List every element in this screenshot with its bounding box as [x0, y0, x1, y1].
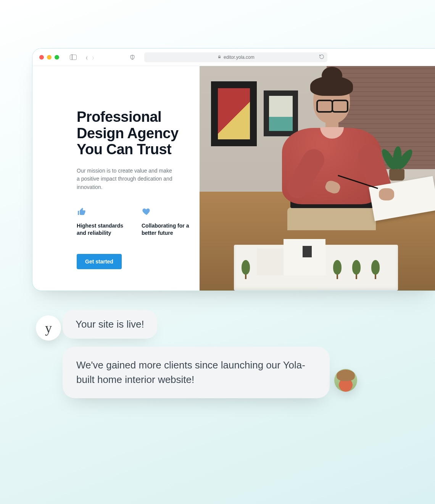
- heart-icon: [142, 207, 191, 216]
- browser-window: ‹ › editor.yola.com Professional: [32, 48, 435, 291]
- nav-arrows: ‹ ›: [86, 55, 94, 60]
- feature-collaboration: Collaborating for a better future: [142, 207, 191, 237]
- brand-avatar-glyph: y: [45, 320, 52, 336]
- chat-bubble-system: Your site is live!: [63, 310, 157, 339]
- heading-line: Professional: [77, 109, 161, 125]
- refresh-button[interactable]: [319, 54, 324, 60]
- zoom-window-button[interactable]: [55, 55, 59, 60]
- address-bar[interactable]: editor.yola.com: [144, 52, 327, 62]
- heading-line: You Can Trust: [77, 141, 171, 157]
- hero-left-column: Professional Design Agency You Can Trust…: [32, 66, 200, 291]
- feature-label: Highest standards and reliability: [77, 222, 126, 237]
- feature-label: Collaborating for a better future: [142, 222, 191, 237]
- hero-image: [200, 66, 435, 291]
- rendered-page: Professional Design Agency You Can Trust…: [32, 66, 435, 291]
- brand-avatar: y: [36, 315, 61, 341]
- close-window-button[interactable]: [39, 55, 44, 60]
- privacy-shield-icon[interactable]: [130, 54, 135, 60]
- chat-bubble-user: We've gained more clients since launchin…: [63, 347, 330, 398]
- thumbs-up-icon: [77, 207, 126, 216]
- page-heading: Professional Design Agency You Can Trust: [77, 109, 200, 158]
- mission-text: Our mission is to create value and make …: [77, 167, 176, 192]
- browser-chrome: ‹ › editor.yola.com: [32, 48, 435, 66]
- address-bar-host: editor.yola.com: [224, 55, 255, 60]
- feature-standards: Highest standards and reliability: [77, 207, 126, 237]
- get-started-button[interactable]: Get started: [77, 254, 122, 269]
- minimize-window-button[interactable]: [47, 55, 52, 60]
- chat-bubble-text: We've gained more clients since launchin…: [76, 359, 305, 385]
- user-avatar: [334, 369, 357, 392]
- sidebar-toggle-icon[interactable]: [70, 55, 77, 60]
- nav-back-button[interactable]: ‹: [86, 53, 88, 61]
- heading-line: Design Agency: [77, 125, 179, 141]
- lock-icon: [218, 55, 221, 60]
- feature-row: Highest standards and reliability Collab…: [77, 207, 200, 237]
- nav-forward-button[interactable]: ›: [92, 53, 94, 61]
- window-controls: [39, 55, 59, 60]
- chat-bubble-text: Your site is live!: [76, 318, 144, 330]
